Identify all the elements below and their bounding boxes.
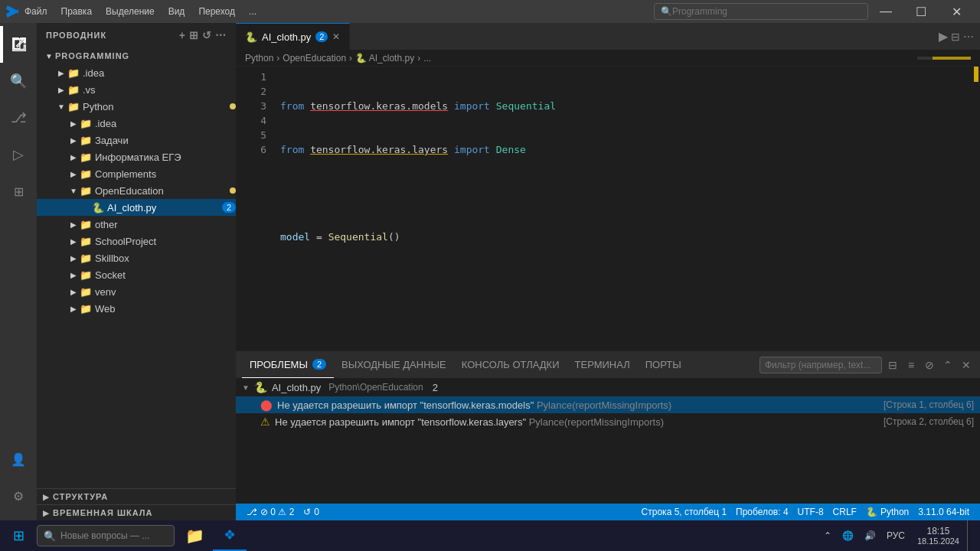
tree-informatics[interactable]: ▶ 📁 Информатика ЕГЭ xyxy=(37,148,236,165)
tasks-arrow: ▶ xyxy=(67,136,80,145)
tab-icon-ai-cloth: 🐍 xyxy=(245,31,257,43)
terminal-label: ТЕРМИНАЛ xyxy=(575,359,630,370)
menu-more[interactable]: ... xyxy=(243,5,263,18)
problem-item-warning[interactable]: ⚠ Не удается разрешить импорт "tensorflo… xyxy=(236,413,980,430)
menu-go[interactable]: Переход xyxy=(192,5,241,18)
show-desktop[interactable] xyxy=(967,520,977,551)
panel-tab-terminal[interactable]: ТЕРМИНАЛ xyxy=(567,351,638,378)
sidebar-header-actions: + ⊞ ↺ ⋯ xyxy=(179,29,227,41)
search-input[interactable] xyxy=(672,6,861,17)
scrollbar[interactable] xyxy=(971,67,980,350)
breadcrumb-python[interactable]: Python xyxy=(245,53,273,64)
status-encoding[interactable]: UTF-8 xyxy=(793,507,828,517)
structure-arrow: ▶ xyxy=(43,493,50,501)
activity-extensions[interactable]: ⊞ xyxy=(0,173,37,210)
activity-source-control[interactable]: ⎇ xyxy=(0,99,37,136)
status-branch[interactable]: ⎇ ⊘ 0 ⚠ 2 xyxy=(242,507,299,517)
timeline-header[interactable]: ▶ ВРЕМЕННАЯ ШКАЛА xyxy=(37,505,236,520)
taskbar-search[interactable]: 🔍 Новые вопросы — ... xyxy=(37,525,175,546)
status-spaces[interactable]: Пробелов: 4 xyxy=(731,507,793,517)
code-content[interactable]: from tensorflow.keras.models import Sequ… xyxy=(274,67,971,350)
clear-icon[interactable]: ⊘ xyxy=(922,359,937,371)
sync-icon: ↺ xyxy=(303,507,311,517)
new-folder-icon[interactable]: ⊞ xyxy=(189,29,199,41)
tree-ai-cloth[interactable]: ▶ 🐍 AI_cloth.py 2 xyxy=(37,199,236,216)
panel-tab-debug[interactable]: КОНСОЛЬ ОТЛАДКИ xyxy=(454,351,567,378)
wrap-icon[interactable]: ≡ xyxy=(903,359,919,371)
tree-python[interactable]: ▼ 📁 Python xyxy=(37,98,236,115)
split-editor-icon[interactable]: ⊟ xyxy=(951,31,960,43)
folder-icon-socket: 📁 xyxy=(80,269,92,281)
tree-openeducation[interactable]: ▼ 📁 OpenEducation xyxy=(37,182,236,199)
tree-tasks[interactable]: ▶ 📁 Задачи xyxy=(37,132,236,148)
activity-explorer[interactable] xyxy=(0,26,37,63)
minimize-button[interactable]: — xyxy=(868,0,903,23)
taskbar-file-explorer[interactable]: 📁 xyxy=(178,520,211,551)
taskbar-vscode-btn[interactable]: ❖ xyxy=(213,520,247,551)
line-num-2: 2 xyxy=(236,84,266,99)
menu-view[interactable]: Вид xyxy=(162,5,191,18)
filter-icon[interactable]: ⊟ xyxy=(885,359,900,371)
network-icon: 🌐 xyxy=(842,530,854,541)
panel-tab-ports[interactable]: ПОРТЫ xyxy=(638,351,689,378)
panel-tab-output[interactable]: ВЫХОДНЫЕ ДАННЫЕ xyxy=(334,351,454,378)
tray-network[interactable]: 🌐 xyxy=(838,520,858,551)
filter-input[interactable] xyxy=(760,357,882,373)
other-label: other xyxy=(95,219,236,230)
tree-idea-python[interactable]: ▶ 📁 .idea xyxy=(37,115,236,132)
new-file-icon[interactable]: + xyxy=(179,29,186,41)
close-button[interactable]: ✕ xyxy=(939,0,974,23)
title-search[interactable]: 🔍 xyxy=(654,3,868,20)
breadcrumb-file[interactable]: 🐍 AI_cloth.py xyxy=(355,53,414,64)
status-line-ending[interactable]: CRLF xyxy=(828,507,861,517)
more-actions-icon[interactable]: ⋯ xyxy=(963,31,974,43)
error-message: Не удается разрешить импорт "tensorflow.… xyxy=(277,399,879,411)
menu-file[interactable]: Файл xyxy=(18,5,54,18)
restore-button[interactable]: ☐ xyxy=(903,0,939,23)
tree-idea-root[interactable]: ▶ 📁 .idea xyxy=(37,64,236,81)
collapse-all-icon[interactable]: ⋯ xyxy=(215,29,227,41)
panel-tab-problems[interactable]: ПРОБЛЕМЫ 2 xyxy=(242,351,334,378)
refresh-icon[interactable]: ↺ xyxy=(202,29,212,41)
status-sync[interactable]: ↺ 0 xyxy=(299,507,324,517)
tree-socket[interactable]: ▶ 📁 Socket xyxy=(37,266,236,283)
tray-volume[interactable]: 🔊 xyxy=(860,520,880,551)
menu-selection[interactable]: Выделение xyxy=(100,5,161,18)
tree-complements[interactable]: ▶ 📁 Complements xyxy=(37,165,236,182)
tree-other[interactable]: ▶ 📁 other xyxy=(37,216,236,233)
run-icon[interactable]: ▶ xyxy=(939,29,948,44)
tree-venv[interactable]: ▶ 📁 venv xyxy=(37,283,236,300)
status-python-version[interactable]: 3.11.0 64-bit xyxy=(913,507,974,517)
tab-close-ai-cloth[interactable]: ✕ xyxy=(332,31,340,42)
structure-header[interactable]: ▶ СТРУКТУРА xyxy=(37,489,236,504)
activity-bar: 🔍 ⎇ ▷ ⊞ 👤 ⚙ xyxy=(0,23,37,520)
problem-group-ai-cloth[interactable]: ▼ 🐍 AI_cloth.py Python\OpenEducation 2 xyxy=(236,378,980,396)
menu-edit[interactable]: Правка xyxy=(55,5,99,18)
close-panel-icon[interactable]: ✕ xyxy=(959,359,974,371)
activity-run[interactable]: ▷ xyxy=(0,136,37,173)
problem-item-error[interactable]: ⬤ Не удается разрешить импорт "tensorflo… xyxy=(236,396,980,413)
tray-language[interactable]: РУС xyxy=(882,520,910,551)
activity-settings[interactable]: ⚙ xyxy=(0,478,37,514)
tasks-label: Задачи xyxy=(95,135,236,146)
breadcrumb-oe[interactable]: OpenEducation xyxy=(283,53,346,64)
code-editor[interactable]: 1 2 3 4 5 6 from tensorflow.keras.models… xyxy=(236,67,980,350)
breadcrumb-more[interactable]: ... xyxy=(423,53,431,64)
search-icon: 🔍 xyxy=(661,6,672,17)
sidebar-bottom: ▶ СТРУКТУРА ▶ ВРЕМЕННАЯ ШКАЛА xyxy=(37,488,236,520)
status-language[interactable]: 🐍 Python xyxy=(861,507,913,517)
activity-search[interactable]: 🔍 xyxy=(0,63,37,99)
tab-ai-cloth[interactable]: 🐍 AI_cloth.py 2 ✕ xyxy=(236,23,350,50)
tray-up-icon[interactable]: ⌃ xyxy=(819,520,836,551)
status-position[interactable]: Строка 5, столбец 1 xyxy=(637,507,731,517)
activity-account[interactable]: 👤 xyxy=(0,441,37,478)
start-button[interactable]: ⊞ xyxy=(3,520,34,551)
taskbar-clock[interactable]: 18:15 18.15.2024 xyxy=(911,520,965,551)
tree-skillbox[interactable]: ▶ 📁 Skillbox xyxy=(37,249,236,266)
tree-web[interactable]: ▶ 📁 Web xyxy=(37,300,236,317)
tree-vs[interactable]: ▶ 📁 .vs xyxy=(37,81,236,98)
code-line-2: from tensorflow.keras.layers import Dens… xyxy=(280,142,965,157)
collapse-panel-icon[interactable]: ⌃ xyxy=(940,359,956,371)
tree-schoolproject[interactable]: ▶ 📁 SchoolProject xyxy=(37,233,236,249)
tree-root[interactable]: ▼ PROGRAMMING xyxy=(37,47,236,64)
